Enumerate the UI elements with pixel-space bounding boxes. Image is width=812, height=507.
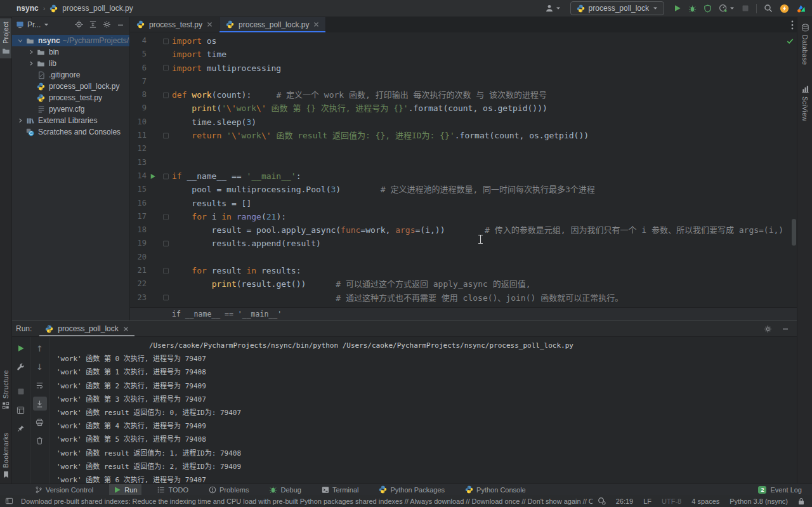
profiler-button[interactable]	[719, 4, 735, 13]
fold-marker-icon[interactable]	[163, 241, 169, 247]
fold-marker-icon[interactable]	[163, 295, 169, 301]
stripe-tab-project[interactable]: Project	[0, 18, 11, 58]
project-icon	[2, 47, 10, 55]
fold-marker-icon[interactable]	[163, 38, 169, 44]
restore-layout-button[interactable]	[14, 403, 28, 417]
toolwindow-button-todo[interactable]: TODO	[153, 484, 193, 496]
code-line: 9 print('\'work\' 函数 第 {} 次执行, 进程号为 {}'.…	[130, 102, 797, 115]
background-tasks-icon[interactable]	[598, 497, 606, 505]
gutter	[147, 183, 172, 196]
tree-item-process-poll-lock-py[interactable]: process_poll_lock.py	[11, 81, 129, 92]
plugin-toolbox-button[interactable]	[796, 4, 806, 13]
kebab-menu-icon[interactable]	[791, 20, 794, 30]
lock-icon[interactable]	[798, 497, 804, 505]
fold-marker-icon[interactable]	[163, 214, 169, 220]
fold-marker-icon[interactable]	[163, 92, 169, 98]
collapse-all-icon[interactable]	[89, 20, 97, 29]
run-tab[interactable]: process_poll_lock	[39, 321, 134, 336]
clear-all-button[interactable]	[33, 433, 47, 447]
tree-item-bin[interactable]: bin	[11, 46, 129, 58]
tree-item-lib[interactable]: lib	[11, 58, 129, 69]
coverage-button[interactable]	[704, 4, 712, 13]
project-tool-window: Pr... nsync~/PycharmProjects/nbinlib.git…	[11, 17, 130, 320]
chevron-down-icon[interactable]	[15, 38, 25, 43]
project-view-dropdown[interactable]: Pr...	[16, 20, 49, 29]
close-icon[interactable]	[123, 326, 129, 332]
caret-position[interactable]: 26:19	[616, 497, 634, 505]
user-account-button[interactable]	[545, 4, 561, 13]
print-button[interactable]	[33, 415, 47, 429]
stop-button[interactable]	[742, 4, 749, 12]
plugin-orange-button[interactable]	[780, 4, 789, 13]
chevron-right-icon[interactable]	[26, 61, 36, 66]
chevron-right-icon[interactable]	[15, 118, 25, 123]
python-interpreter[interactable]: Python 3.8 (nsync)	[730, 497, 788, 505]
toolwindow-button-debug[interactable]: Debug	[265, 484, 305, 496]
tree-item-pyvenv-cfg[interactable]: pyvenv.cfg	[11, 103, 129, 115]
tree-item-process-test-py[interactable]: process_test.py	[11, 92, 129, 103]
toolwindow-button-terminal[interactable]: Terminal	[317, 484, 363, 496]
close-icon[interactable]	[313, 22, 319, 27]
toolwindow-button-python-console[interactable]: Python Console	[461, 484, 530, 496]
close-icon[interactable]	[207, 22, 213, 27]
line-separator[interactable]: LF	[643, 497, 652, 505]
status-message[interactable]: Download pre-built shared indexes: Reduc…	[21, 497, 593, 505]
hide-panel-icon[interactable]	[782, 325, 789, 333]
caret-down-icon	[44, 22, 49, 27]
debug-button[interactable]	[688, 4, 697, 13]
code-line: 15 pool = multiprocessing.Pool(3) # 定义进程…	[130, 183, 797, 196]
sidebar-toggle-icon[interactable]	[5, 497, 13, 505]
up-stack-trace-button[interactable]: ↑	[33, 341, 47, 355]
scroll-to-end-button[interactable]	[33, 397, 47, 411]
stop-button[interactable]	[14, 385, 28, 398]
indent-style[interactable]: 4 spaces	[691, 497, 719, 505]
tree-item-external-libraries[interactable]: External Libraries	[11, 115, 129, 126]
fold-marker-icon[interactable]	[163, 133, 169, 138]
tree-item-nsync[interactable]: nsync~/PycharmProjects/n	[11, 35, 129, 46]
fold-marker-icon[interactable]	[163, 65, 169, 71]
run-settings-button[interactable]	[14, 360, 28, 374]
pin-tab-button[interactable]	[14, 421, 28, 435]
tree-item-gitignore[interactable]: .gitignore	[11, 69, 129, 81]
stripe-tab-sciview[interactable]: SciView	[797, 82, 812, 124]
gear-icon[interactable]	[103, 20, 111, 29]
editor-tab-process-test-py[interactable]: process_test.py	[130, 17, 219, 32]
search-everywhere-button[interactable]	[764, 4, 773, 13]
toolwindow-button-problems[interactable]: Problems	[204, 484, 253, 496]
editor-scrollbar[interactable]	[792, 219, 796, 246]
run-console[interactable]: /Users/caoke/PycharmProjects/nsync/bin/p…	[51, 337, 797, 484]
breadcrumb-file[interactable]: process_poll_lock.py	[62, 4, 133, 13]
code-editor[interactable]: 4import os5import time6import multiproce…	[130, 32, 797, 307]
gear-icon[interactable]	[764, 325, 772, 333]
stripe-tab-database[interactable]: Database	[797, 20, 812, 68]
stripe-tab-structure[interactable]: Structure	[0, 367, 11, 412]
run-line-icon[interactable]	[150, 173, 156, 180]
project-panel-header: Pr...	[11, 17, 129, 32]
chevron-right-icon[interactable]	[26, 49, 36, 55]
run-button[interactable]	[674, 4, 681, 12]
event-log-button[interactable]: 2Event Log	[758, 486, 802, 494]
tree-item-label: bin	[49, 48, 59, 56]
toolwindow-button-version-control[interactable]: Version Control	[30, 484, 98, 496]
toolwindow-button-python-packages[interactable]: Python Packages	[374, 484, 449, 496]
down-stack-trace-button[interactable]: ↓	[33, 360, 47, 374]
stripe-tab-bookmarks[interactable]: Bookmarks	[0, 430, 11, 482]
toolwindow-button-label: Version Control	[46, 486, 93, 494]
soft-wrap-button[interactable]	[33, 378, 47, 392]
breadcrumb-project[interactable]: nsync	[16, 4, 39, 13]
rerun-button[interactable]	[14, 341, 28, 355]
run-config-select[interactable]: process_poll_lock	[570, 1, 664, 15]
code-text: time.sleep(3)	[172, 115, 256, 129]
locate-icon[interactable]	[75, 20, 83, 29]
editor-tab-process-poll-lock-py[interactable]: process_poll_lock.py	[219, 17, 326, 32]
toolwindow-button-run[interactable]: Run	[109, 484, 141, 496]
hide-panel-icon[interactable]	[117, 21, 124, 29]
fold-marker-icon[interactable]	[163, 268, 169, 273]
library-icon	[25, 117, 36, 125]
fold-marker-icon[interactable]	[163, 173, 169, 179]
file-encoding[interactable]: UTF-8	[662, 497, 681, 505]
tree-item-scratches-and-consoles[interactable]: Scratches and Consoles	[11, 126, 129, 138]
play-icon	[114, 486, 121, 494]
editor-breadcrumb-text[interactable]: if __name__ == '__main__'	[172, 310, 282, 319]
branch-icon	[35, 486, 43, 494]
